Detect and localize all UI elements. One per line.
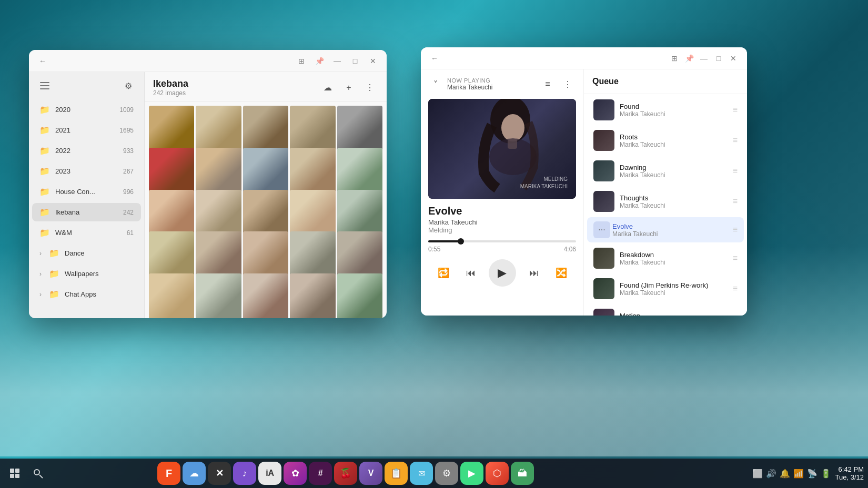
cloud-sync-button[interactable]: ☁ xyxy=(319,79,336,96)
taskbar-app-flower[interactable]: ✿ xyxy=(284,462,307,485)
progress-thumb[interactable] xyxy=(458,238,464,245)
photo-cell[interactable]: 🌹 xyxy=(337,190,382,235)
photo-cell[interactable]: 🌸 xyxy=(337,273,382,318)
wifi-icon[interactable]: 📶 xyxy=(793,469,804,479)
taskbar-app-notes[interactable]: 📋 xyxy=(385,462,408,485)
drag-handle-icon[interactable]: ≡ xyxy=(733,166,738,176)
shuffle-button[interactable]: 🔀 xyxy=(552,263,571,282)
sidebar-item-dance[interactable]: › 📁 Dance xyxy=(32,244,141,262)
next-button[interactable]: ⏭ xyxy=(524,263,543,282)
music-pin-button[interactable]: 📌 xyxy=(682,51,697,66)
sidebar-item-2022[interactable]: 📁 2022 933 xyxy=(32,141,141,160)
notifications-icon[interactable]: 🔔 xyxy=(780,469,790,479)
photo-cell[interactable]: 🪴 xyxy=(290,231,335,277)
play-pause-button[interactable]: ▶ xyxy=(489,259,516,287)
queue-item-thoughts[interactable]: Thoughts Marika Takeuchi ≡ xyxy=(587,187,744,216)
sidebar-settings-button[interactable]: ⚙ xyxy=(120,77,137,94)
signal-icon[interactable]: 📡 xyxy=(807,469,817,479)
photo-cell[interactable]: 🌷 xyxy=(149,190,194,235)
photo-cell[interactable]: 🌿 xyxy=(196,106,241,151)
sidebar-item-2023[interactable]: 📁 2023 267 xyxy=(32,162,141,180)
photo-cell[interactable]: 🫙 xyxy=(290,106,335,151)
photo-cell[interactable]: 🌺 xyxy=(149,106,194,151)
music-tile-button[interactable]: ⊞ xyxy=(667,51,682,66)
photo-cell[interactable]: 🌹 xyxy=(196,273,241,318)
volume-icon[interactable]: 🔊 xyxy=(766,469,776,479)
sidebar-item-2020[interactable]: 📁 2020 1009 xyxy=(32,100,141,119)
photo-cell[interactable]: 🌼 xyxy=(149,273,194,318)
drag-handle-icon[interactable]: ≡ xyxy=(733,197,738,206)
screen-icon[interactable]: ⬜ xyxy=(752,469,763,479)
drag-handle-icon[interactable]: ≡ xyxy=(733,225,738,235)
queue-item-found-rework[interactable]: Found (Jim Perkins Re-work) Marika Takeu… xyxy=(587,274,744,303)
apps-grid-button[interactable] xyxy=(4,463,25,484)
queue-item-evolve[interactable]: ··· Evolve Marika Takeuchi ≡ xyxy=(587,217,744,242)
music-maximize-button[interactable]: □ xyxy=(711,51,726,66)
taskbar-app-play[interactable]: ▶ xyxy=(460,462,483,485)
photo-cell[interactable]: 🌷 xyxy=(290,273,335,318)
photo-cell[interactable]: 🌺 xyxy=(243,190,288,235)
drag-handle-icon[interactable]: ≡ xyxy=(733,136,738,145)
sidebar-item-wm[interactable]: 📁 W&M 61 xyxy=(32,223,141,242)
more-options-button[interactable]: ⋮ xyxy=(361,79,378,96)
taskbar-app-multi[interactable]: ⬡ xyxy=(486,462,509,485)
chevron-down-button[interactable]: ˅ xyxy=(428,77,443,92)
gallery-tile-button[interactable]: ⊞ xyxy=(294,54,309,68)
sidebar-item-ikebana[interactable]: 📁 Ikebana 242 xyxy=(32,203,141,221)
taskbar-clock[interactable]: 6:42 PM Tue, 3/12 xyxy=(835,465,864,481)
progress-bar[interactable] xyxy=(428,240,576,242)
photo-cell[interactable]: 🌸 xyxy=(243,106,288,151)
taskbar-app-violet[interactable]: V xyxy=(359,462,382,485)
photo-cell[interactable]: 🌼 xyxy=(337,148,382,193)
hamburger-menu-button[interactable] xyxy=(36,77,53,94)
photo-cell[interactable]: 🌸 xyxy=(337,231,382,277)
sidebar-item-wallpapers[interactable]: › 📁 Wallpapers xyxy=(32,265,141,283)
music-close-button[interactable]: ✕ xyxy=(726,51,741,66)
queue-item-roots[interactable]: Roots Marika Takeuchi ≡ xyxy=(587,126,744,155)
photo-cell[interactable]: 🌷 xyxy=(196,231,241,277)
photo-cell[interactable]: 🪴 xyxy=(243,148,288,193)
battery-icon[interactable]: 🔋 xyxy=(821,469,831,479)
photo-cell[interactable]: 🌼 xyxy=(290,190,335,235)
previous-button[interactable]: ⏮ xyxy=(461,263,480,282)
sidebar-item-house[interactable]: 📁 House Con... 996 xyxy=(32,182,141,201)
drag-handle-icon[interactable]: ≡ xyxy=(733,284,738,293)
repeat-button[interactable]: 🔁 xyxy=(434,263,453,282)
photo-cell[interactable]: 🌿 xyxy=(196,148,241,193)
gallery-close-button[interactable]: ✕ xyxy=(366,54,380,68)
add-photos-button[interactable]: + xyxy=(340,79,357,96)
queue-item-dawning[interactable]: Dawning Marika Takeuchi ≡ xyxy=(587,156,744,186)
taskbar-app-tasks[interactable]: ✕ xyxy=(208,462,231,485)
drag-handle-icon[interactable]: ≡ xyxy=(733,105,738,115)
photo-cell[interactable]: 🌾 xyxy=(337,106,382,151)
gallery-maximize-button[interactable]: □ xyxy=(348,54,362,68)
music-back-button[interactable]: ← xyxy=(427,51,442,66)
drag-handle-icon[interactable]: ≡ xyxy=(733,253,738,263)
search-button[interactable] xyxy=(27,463,48,484)
taskbar-app-settings[interactable]: ⚙ xyxy=(435,462,458,485)
queue-item-found[interactable]: Found Marika Takeuchi ≡ xyxy=(587,95,744,125)
queue-item-motion[interactable]: Motion Marika Takeuchi ≡ xyxy=(587,304,744,316)
photo-cell[interactable]: 🌺 xyxy=(243,231,288,277)
photo-cell[interactable]: 🌸 xyxy=(196,190,241,235)
sidebar-item-2021[interactable]: 📁 2021 1695 xyxy=(32,121,141,139)
gallery-back-button[interactable]: ← xyxy=(35,54,50,68)
photo-cell[interactable]: 🌿 xyxy=(149,231,194,277)
gallery-pin-button[interactable]: 📌 xyxy=(312,54,327,68)
np-more-button[interactable]: ⋮ xyxy=(559,76,576,93)
taskbar-app-figma[interactable]: F xyxy=(157,462,180,485)
photo-cell[interactable]: 🌹 xyxy=(149,148,194,193)
taskbar-app-cherry[interactable]: 🍒 xyxy=(334,462,357,485)
taskbar-app-mountain[interactable]: 🏔 xyxy=(511,462,534,485)
gallery-minimize-button[interactable]: — xyxy=(330,54,345,68)
photo-cell[interactable]: 🌺 xyxy=(290,148,335,193)
taskbar-app-slack[interactable]: # xyxy=(309,462,332,485)
taskbar-app-cloud[interactable]: ☁ xyxy=(183,462,206,485)
music-minimize-button[interactable]: — xyxy=(697,51,711,66)
drag-handle-icon[interactable]: ≡ xyxy=(733,314,738,316)
taskbar-app-mail[interactable]: ✉ xyxy=(410,462,433,485)
taskbar-app-music[interactable]: ♪ xyxy=(233,462,256,485)
sidebar-item-chat-apps[interactable]: › 📁 Chat Apps xyxy=(32,285,141,303)
photo-cell[interactable]: 🌺 xyxy=(243,273,288,318)
queue-item-breakdown[interactable]: Breakdown Marika Takeuchi ≡ xyxy=(587,243,744,273)
